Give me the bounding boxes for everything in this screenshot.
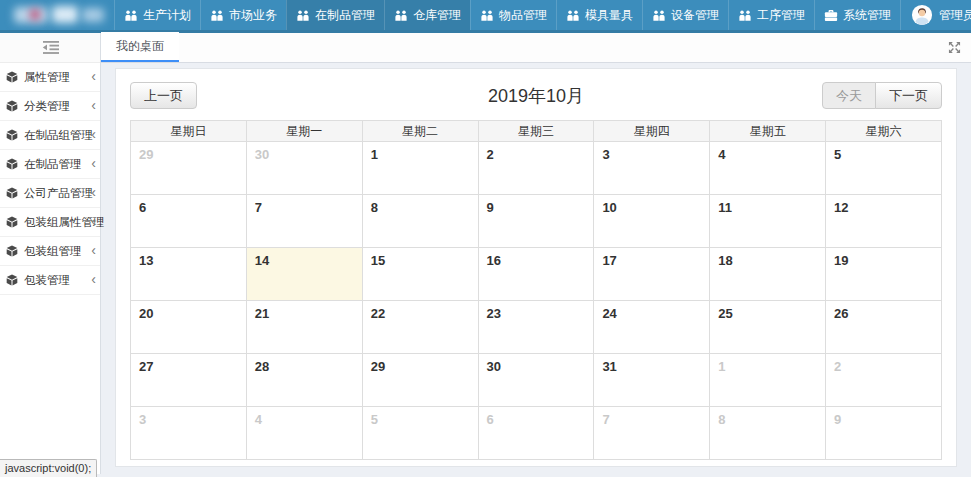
sidebar: 属性管理‹分类管理‹在制品组管理‹在制品管理‹公司产品管理‹包装组属性管理‹包装… bbox=[0, 33, 101, 474]
sidebar-item-label: 在制品组管理 bbox=[24, 128, 93, 143]
calendar-day-cell[interactable]: 17 bbox=[594, 248, 710, 301]
calendar-day-cell[interactable]: 8 bbox=[710, 407, 826, 460]
user-menu[interactable]: 管理员[管理员] bbox=[901, 0, 971, 30]
topnav-item[interactable]: 工序管理 bbox=[728, 0, 814, 30]
calendar-day-cell[interactable]: 2 bbox=[826, 354, 942, 407]
expand-arrows-icon[interactable] bbox=[948, 41, 961, 54]
topnav-item[interactable]: 模具量具 bbox=[556, 0, 642, 30]
weekday-header: 星期一 bbox=[246, 121, 362, 142]
calendar-day-cell[interactable]: 13 bbox=[131, 248, 247, 301]
topnav-item[interactable]: 系统管理 bbox=[814, 0, 901, 30]
day-number: 1 bbox=[711, 355, 824, 374]
topnav-item-label: 生产计划 bbox=[143, 7, 191, 24]
day-number: 6 bbox=[480, 408, 593, 427]
calendar-day-cell[interactable]: 4 bbox=[246, 407, 362, 460]
sidebar-item-label: 在制品管理 bbox=[24, 157, 82, 172]
calendar-day-cell[interactable]: 11 bbox=[710, 195, 826, 248]
sidebar-item[interactable]: 在制品管理‹ bbox=[0, 150, 100, 179]
calendar-day-cell[interactable]: 27 bbox=[131, 354, 247, 407]
calendar-day-cell[interactable]: 19 bbox=[826, 248, 942, 301]
topnav-item[interactable]: 仓库管理 bbox=[384, 0, 470, 30]
calendar-day-cell[interactable]: 14 bbox=[246, 248, 362, 301]
day-number: 22 bbox=[364, 302, 477, 321]
day-number: 3 bbox=[595, 143, 708, 162]
topnav-item[interactable]: 物品管理 bbox=[470, 0, 556, 30]
tab-bar: 我的桌面 bbox=[101, 33, 971, 63]
top-navbar: 生产计划市场业务在制品管理仓库管理物品管理模具量具设备管理工序管理系统管理 管理… bbox=[0, 0, 971, 33]
calendar-day-cell[interactable]: 15 bbox=[362, 248, 478, 301]
cube-icon bbox=[6, 274, 18, 286]
logo-blur-shape bbox=[30, 9, 40, 20]
topnav-item-label: 仓库管理 bbox=[413, 7, 461, 24]
tab-my-desktop[interactable]: 我的桌面 bbox=[101, 32, 179, 62]
calendar-day-cell[interactable]: 18 bbox=[710, 248, 826, 301]
next-page-button[interactable]: 下一页 bbox=[875, 82, 942, 109]
calendar-day-cell[interactable]: 29 bbox=[362, 354, 478, 407]
calendar-day-cell[interactable]: 8 bbox=[362, 195, 478, 248]
calendar-day-cell[interactable]: 7 bbox=[594, 407, 710, 460]
calendar-day-cell[interactable]: 1 bbox=[362, 142, 478, 195]
calendar-day-cell[interactable]: 22 bbox=[362, 301, 478, 354]
day-number: 10 bbox=[595, 196, 708, 215]
day-number: 12 bbox=[827, 196, 940, 215]
calendar-day-cell[interactable]: 28 bbox=[246, 354, 362, 407]
sidebar-item-label: 分类管理 bbox=[24, 99, 70, 114]
day-number: 6 bbox=[132, 196, 245, 215]
calendar-day-cell[interactable]: 2 bbox=[478, 142, 594, 195]
sidebar-item[interactable]: 公司产品管理‹ bbox=[0, 179, 100, 208]
topnav-item[interactable]: 市场业务 bbox=[200, 0, 286, 30]
calendar-day-cell[interactable]: 16 bbox=[478, 248, 594, 301]
sidebar-collapse-button[interactable] bbox=[0, 33, 100, 63]
calendar-panel: 上一页 2019年10月 今天 下一页 星期日星期一星期二星期三星期四星期五星期… bbox=[115, 68, 957, 467]
chevron-left-icon: ‹ bbox=[91, 185, 96, 199]
topnav-item[interactable]: 设备管理 bbox=[642, 0, 728, 30]
calendar-day-cell[interactable]: 5 bbox=[362, 407, 478, 460]
calendar-day-cell[interactable]: 29 bbox=[131, 142, 247, 195]
calendar-day-cell[interactable]: 3 bbox=[131, 407, 247, 460]
calendar-day-cell[interactable]: 6 bbox=[131, 195, 247, 248]
day-number: 20 bbox=[132, 302, 245, 321]
calendar-day-cell[interactable]: 25 bbox=[710, 301, 826, 354]
day-number: 29 bbox=[132, 143, 245, 162]
topnav-item[interactable]: 在制品管理 bbox=[286, 0, 384, 30]
weekday-header: 星期日 bbox=[131, 121, 247, 142]
calendar-day-cell[interactable]: 1 bbox=[710, 354, 826, 407]
calendar-day-cell[interactable]: 7 bbox=[246, 195, 362, 248]
calendar-day-cell[interactable]: 9 bbox=[826, 407, 942, 460]
calendar-day-cell[interactable]: 9 bbox=[478, 195, 594, 248]
sidebar-item-label: 包装组管理 bbox=[24, 244, 82, 259]
calendar-day-cell[interactable]: 23 bbox=[478, 301, 594, 354]
content-area: 我的桌面 上一页 2019年10月 今天 下一页 星期日星期一星期二星期三星期四… bbox=[101, 33, 971, 474]
topnav-item[interactable]: 生产计划 bbox=[114, 0, 200, 30]
calendar-week-row: 20212223242526 bbox=[131, 301, 942, 354]
day-number: 19 bbox=[827, 249, 940, 268]
calendar-day-cell[interactable]: 12 bbox=[826, 195, 942, 248]
calendar-day-cell[interactable]: 10 bbox=[594, 195, 710, 248]
sidebar-item[interactable]: 包装组属性管理‹ bbox=[0, 208, 100, 237]
calendar-title: 2019年10月 bbox=[130, 82, 942, 110]
calendar-day-cell[interactable]: 6 bbox=[478, 407, 594, 460]
prev-page-button[interactable]: 上一页 bbox=[130, 82, 197, 109]
calendar-day-cell[interactable]: 21 bbox=[246, 301, 362, 354]
sidebar-item[interactable]: 属性管理‹ bbox=[0, 63, 100, 92]
sidebar-item[interactable]: 在制品组管理‹ bbox=[0, 121, 100, 150]
calendar-day-cell[interactable]: 4 bbox=[710, 142, 826, 195]
calendar-day-cell[interactable]: 26 bbox=[826, 301, 942, 354]
topnav-items: 生产计划市场业务在制品管理仓库管理物品管理模具量具设备管理工序管理系统管理 bbox=[114, 0, 901, 30]
calendar-day-cell[interactable]: 24 bbox=[594, 301, 710, 354]
calendar-day-cell[interactable]: 20 bbox=[131, 301, 247, 354]
sidebar-item[interactable]: 包装管理‹ bbox=[0, 266, 100, 295]
brand-logo[interactable] bbox=[0, 0, 114, 30]
sidebar-item[interactable]: 包装组管理‹ bbox=[0, 237, 100, 266]
calendar-day-cell[interactable]: 30 bbox=[478, 354, 594, 407]
calendar-day-cell[interactable]: 30 bbox=[246, 142, 362, 195]
calendar-day-cell[interactable]: 5 bbox=[826, 142, 942, 195]
sidebar-item[interactable]: 分类管理‹ bbox=[0, 92, 100, 121]
calendar-day-cell[interactable]: 3 bbox=[594, 142, 710, 195]
day-number: 28 bbox=[248, 355, 361, 374]
day-number: 9 bbox=[480, 196, 593, 215]
day-number: 26 bbox=[827, 302, 940, 321]
today-button[interactable]: 今天 bbox=[822, 82, 876, 109]
calendar-day-cell[interactable]: 31 bbox=[594, 354, 710, 407]
calendar-week-row: 293012345 bbox=[131, 142, 942, 195]
